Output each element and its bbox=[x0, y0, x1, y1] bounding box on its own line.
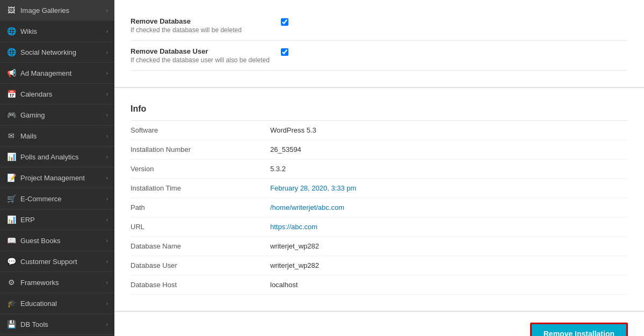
info-row: Installation Number26_53594 bbox=[131, 140, 628, 159]
button-row: Remove Installation bbox=[114, 312, 644, 336]
polls-analytics-icon: 📊 bbox=[6, 152, 16, 162]
sidebar-item-calendars[interactable]: 📅 Calendars › bbox=[0, 84, 114, 105]
chevron-erp: › bbox=[106, 217, 108, 223]
sidebar-label-guest-books: Guest Books bbox=[20, 237, 60, 245]
sidebar-label-frameworks: Frameworks bbox=[20, 279, 59, 287]
info-key: Path bbox=[131, 203, 270, 211]
chevron-frameworks: › bbox=[106, 280, 108, 286]
info-value: localhost bbox=[270, 281, 298, 289]
sidebar-item-project-management[interactable]: 📝 Project Management › bbox=[0, 167, 114, 188]
info-title: Info bbox=[131, 104, 628, 121]
chevron-project-management: › bbox=[106, 175, 108, 181]
social-networking-icon: 🌐 bbox=[6, 47, 16, 57]
info-key: Installation Number bbox=[131, 145, 270, 154]
info-key: Database Name bbox=[131, 242, 270, 250]
info-row: Path/home/writerjet/abc.com bbox=[131, 198, 628, 217]
sidebar-label-mails: Mails bbox=[20, 132, 37, 140]
guest-books-icon: 📖 bbox=[6, 236, 16, 245]
chevron-ad-management: › bbox=[106, 70, 108, 76]
sidebar-item-ad-management[interactable]: 📢 Ad Management › bbox=[0, 63, 114, 84]
sidebar-item-db-tools[interactable]: 💾 DB Tools › bbox=[0, 314, 114, 335]
info-value: /home/writerjet/abc.com bbox=[270, 203, 344, 211]
project-management-icon: 📝 bbox=[6, 173, 16, 182]
remove-database-checkbox[interactable] bbox=[281, 18, 288, 26]
info-row: URLhttps://abc.com bbox=[131, 217, 628, 237]
sidebar-label-gaming: Gaming bbox=[20, 111, 45, 119]
info-key: Version bbox=[131, 165, 270, 173]
db-tools-icon: 💾 bbox=[6, 319, 16, 329]
section-divider-top bbox=[114, 87, 644, 88]
info-key: URL bbox=[131, 223, 270, 231]
sidebar-item-mails[interactable]: ✉ Mails › bbox=[0, 126, 114, 147]
sidebar-item-frameworks[interactable]: ⚙ Frameworks › bbox=[0, 272, 114, 293]
info-section: Info SoftwareWordPress 5.3Installation N… bbox=[114, 93, 644, 305]
gaming-icon: 🎮 bbox=[6, 110, 16, 120]
sidebar-label-wikis: Wikis bbox=[20, 27, 37, 35]
sidebar-item-erp[interactable]: 📊 ERP › bbox=[0, 209, 114, 230]
info-value: writerjet_wp282 bbox=[270, 261, 319, 269]
chevron-wikis: › bbox=[106, 28, 108, 34]
sidebar-item-educational[interactable]: 🎓 Educational › bbox=[0, 293, 114, 314]
image-galleries-icon: 🖼 bbox=[6, 5, 16, 15]
customer-support-icon: 💬 bbox=[6, 257, 16, 266]
info-value: February 28, 2020, 3:33 pm bbox=[270, 184, 356, 192]
chevron-customer-support: › bbox=[106, 259, 108, 265]
sidebar-item-polls-analytics[interactable]: 📊 Polls and Analytics › bbox=[0, 147, 114, 167]
remove-installation-button[interactable]: Remove Installation bbox=[530, 323, 628, 336]
sidebar-item-e-commerce[interactable]: 🛒 E-Commerce › bbox=[0, 188, 114, 209]
sidebar-item-guest-books[interactable]: 📖 Guest Books › bbox=[0, 230, 114, 251]
info-row: SoftwareWordPress 5.3 bbox=[131, 121, 628, 140]
ad-management-icon: 📢 bbox=[6, 68, 16, 78]
chevron-guest-books: › bbox=[106, 238, 108, 244]
sidebar-item-customer-support[interactable]: 💬 Customer Support › bbox=[0, 251, 114, 272]
remove-database-user-label: Remove Database User bbox=[131, 47, 281, 55]
remove-database-row: Remove Database If checked the database … bbox=[131, 11, 628, 41]
chevron-mails: › bbox=[106, 133, 108, 139]
sidebar-label-educational: Educational bbox=[20, 300, 57, 308]
chevron-image-galleries: › bbox=[106, 8, 108, 13]
chevron-social-networking: › bbox=[106, 49, 108, 55]
info-row: Installation TimeFebruary 28, 2020, 3:33… bbox=[131, 179, 628, 198]
wikis-icon: 🌐 bbox=[6, 26, 16, 36]
remove-database-user-row: Remove Database User If checked the data… bbox=[131, 41, 628, 71]
info-value: 26_53594 bbox=[270, 145, 301, 154]
mails-icon: ✉ bbox=[6, 131, 16, 141]
sidebar-item-wikis[interactable]: 🌐 Wikis › bbox=[0, 21, 114, 42]
sidebar-label-polls-analytics: Polls and Analytics bbox=[20, 153, 78, 161]
sidebar-label-project-management: Project Management bbox=[20, 174, 85, 182]
sidebar-label-customer-support: Customer Support bbox=[20, 258, 77, 266]
info-value: https://abc.com bbox=[270, 223, 317, 231]
sidebar-label-db-tools: DB Tools bbox=[20, 320, 48, 328]
info-row: Database Hostlocalhost bbox=[131, 275, 628, 295]
info-key: Software bbox=[131, 126, 270, 134]
info-value: 5.3.2 bbox=[270, 165, 286, 173]
educational-icon: 🎓 bbox=[6, 298, 16, 308]
chevron-gaming: › bbox=[106, 112, 108, 118]
sidebar-item-image-galleries[interactable]: 🖼 Image Galleries › bbox=[0, 0, 114, 21]
chevron-db-tools: › bbox=[106, 322, 108, 327]
info-value: WordPress 5.3 bbox=[270, 126, 316, 134]
info-row: Version5.3.2 bbox=[131, 159, 628, 179]
sidebar-label-erp: ERP bbox=[20, 216, 35, 224]
frameworks-icon: ⚙ bbox=[6, 277, 16, 287]
info-key: Installation Time bbox=[131, 184, 270, 192]
sidebar-label-calendars: Calendars bbox=[20, 90, 52, 98]
form-section: Remove Database If checked the database … bbox=[114, 0, 644, 82]
info-rows: SoftwareWordPress 5.3Installation Number… bbox=[131, 121, 628, 295]
sidebar: 🖼 Image Galleries › 🌐 Wikis › 🌐 Social N… bbox=[0, 0, 114, 336]
info-key: Database Host bbox=[131, 281, 270, 289]
remove-database-desc: If checked the database will be deleted bbox=[131, 26, 281, 34]
chevron-educational: › bbox=[106, 301, 108, 306]
remove-database-user-checkbox[interactable] bbox=[281, 48, 288, 56]
calendars-icon: 📅 bbox=[6, 89, 16, 99]
chevron-polls-analytics: › bbox=[106, 154, 108, 160]
main-content: Remove Database If checked the database … bbox=[114, 0, 644, 336]
info-value: writerjet_wp282 bbox=[270, 242, 319, 250]
remove-database-user-desc: If checked the database user will also b… bbox=[131, 56, 281, 64]
sidebar-item-social-networking[interactable]: 🌐 Social Networking › bbox=[0, 42, 114, 63]
e-commerce-icon: 🛒 bbox=[6, 194, 16, 203]
remove-database-label: Remove Database bbox=[131, 17, 281, 25]
sidebar-label-e-commerce: E-Commerce bbox=[20, 195, 62, 203]
erp-icon: 📊 bbox=[6, 215, 16, 224]
sidebar-item-gaming[interactable]: 🎮 Gaming › bbox=[0, 105, 114, 126]
